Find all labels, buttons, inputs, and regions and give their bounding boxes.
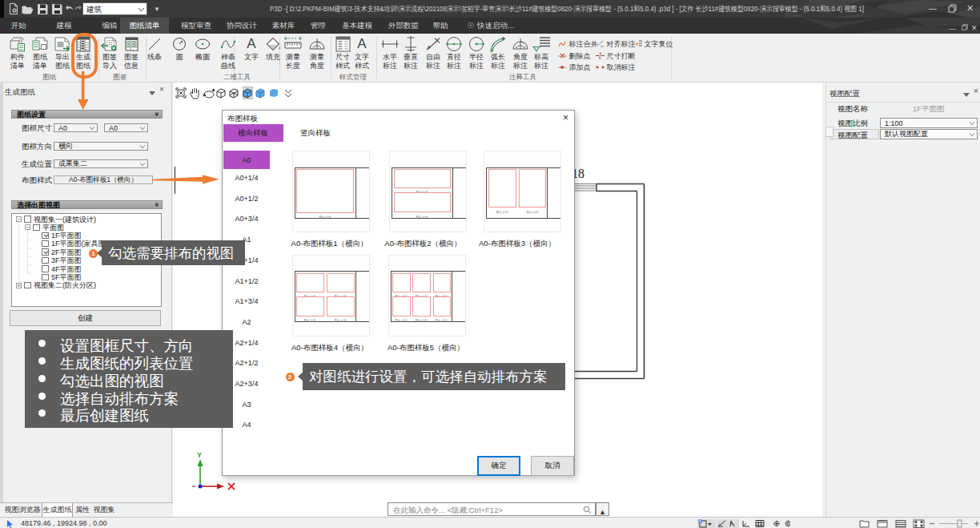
svg-text:Y: Y bbox=[197, 451, 202, 459]
